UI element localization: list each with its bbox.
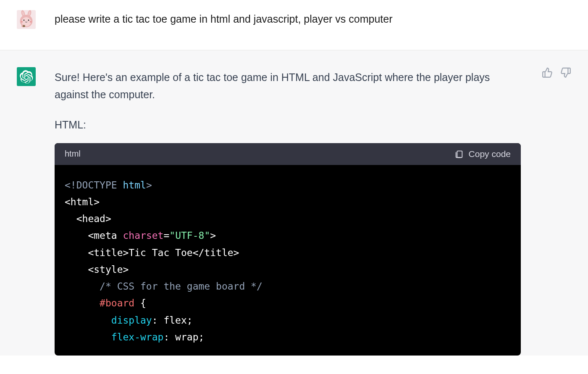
user-message-content: please write a tic tac toe game in html … xyxy=(55,10,521,26)
code-token: flex xyxy=(158,315,187,326)
code-token: <style> xyxy=(88,264,129,275)
assistant-avatar xyxy=(17,67,36,86)
code-token: > xyxy=(210,230,216,241)
code-token: <!DOCTYPE xyxy=(65,180,123,191)
assistant-message-text: Sure! Here's an example of a tic tac toe… xyxy=(55,69,521,104)
code-block: html Copy code <!DOCTYPE html> <html> <h… xyxy=(55,143,521,356)
code-token: <meta xyxy=(88,230,117,241)
code-token: charset xyxy=(123,230,164,241)
svg-point-6 xyxy=(24,20,25,21)
code-block-label: HTML: xyxy=(55,116,521,133)
feedback-controls xyxy=(542,67,571,78)
code-token: Tic Tac Toe xyxy=(129,247,192,258)
code-token: > xyxy=(146,180,152,191)
code-token: ; xyxy=(187,315,193,326)
user-message-text: please write a tic tac toe game in html … xyxy=(55,12,521,26)
thumbs-down-icon xyxy=(560,67,571,78)
code-token: flex-wrap xyxy=(111,332,164,343)
code-token: html xyxy=(123,180,146,191)
user-avatar xyxy=(17,10,36,29)
svg-point-9 xyxy=(30,21,32,23)
thumbs-down-button[interactable] xyxy=(560,67,571,78)
copy-code-label: Copy code xyxy=(469,149,511,159)
svg-point-11 xyxy=(23,25,25,27)
assistant-message-content: Sure! Here's an example of a tic tac toe… xyxy=(55,67,521,356)
svg-point-8 xyxy=(21,21,23,23)
code-token: ; xyxy=(199,332,205,343)
user-message-row: please write a tic tac toe game in html … xyxy=(0,0,588,50)
code-token: { xyxy=(140,298,146,309)
copy-code-button[interactable]: Copy code xyxy=(454,149,511,159)
thumbs-up-button[interactable] xyxy=(542,67,553,78)
assistant-intro-paragraph: Sure! Here's an example of a tic tac toe… xyxy=(55,69,521,104)
assistant-message-row: Sure! Here's an example of a tic tac toe… xyxy=(0,50,588,356)
code-token: <title> xyxy=(88,247,129,258)
clipboard-icon xyxy=(454,149,464,159)
code-token: /* CSS for the game board */ xyxy=(100,281,262,292)
code-token: "UTF-8" xyxy=(169,230,210,241)
code-block-header: html Copy code xyxy=(55,143,521,165)
thumbs-up-icon xyxy=(542,67,553,78)
code-token: display xyxy=(111,315,152,326)
code-token: <head> xyxy=(76,213,111,224)
code-language-label: html xyxy=(65,149,81,159)
svg-point-7 xyxy=(28,20,29,21)
openai-logo-icon xyxy=(20,70,33,84)
code-token: <html> xyxy=(65,196,100,207)
code-token: wrap xyxy=(169,332,198,343)
code-token: </title> xyxy=(193,247,239,258)
code-token: : xyxy=(163,332,169,343)
svg-rect-12 xyxy=(457,151,462,157)
code-token: #board xyxy=(100,298,134,309)
code-token: : xyxy=(152,315,158,326)
code-token: = xyxy=(163,230,169,241)
code-content[interactable]: <!DOCTYPE html> <html> <head> <meta char… xyxy=(55,165,521,356)
bunny-avatar-icon xyxy=(17,10,36,29)
